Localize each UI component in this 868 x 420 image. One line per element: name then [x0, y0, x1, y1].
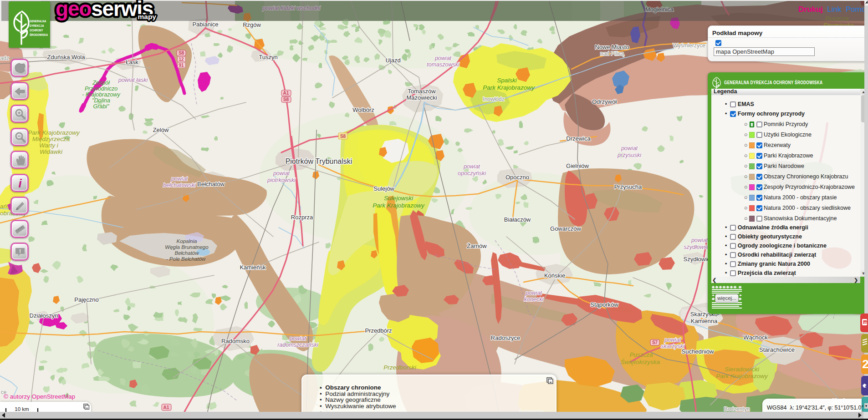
svg-text:Mazowiecki: Mazowiecki	[406, 94, 437, 101]
svg-text:powiat: powiat	[434, 55, 452, 61]
svg-text:Opoczno: Opoczno	[505, 174, 529, 181]
svg-text:Kamieńsk: Kamieńsk	[240, 264, 266, 271]
svg-text:S7: S7	[652, 340, 658, 345]
svg-text:Tuszyn: Tuszyn	[259, 54, 277, 61]
svg-text:OCHRONY: OCHRONY	[30, 28, 43, 32]
svg-text:Świętokrzyska: Świętokrzyska	[621, 359, 660, 365]
svg-text:S8: S8	[179, 51, 184, 56]
svg-text:Rzgów: Rzgów	[243, 21, 261, 28]
svg-text:Park Krajobrazowy: Park Krajobrazowy	[716, 373, 768, 380]
svg-text:Suchedniów: Suchedniów	[682, 348, 714, 355]
svg-text:DYREKCJA: DYREKCJA	[30, 24, 44, 27]
svg-text:Park Krajobrazowy: Park Krajobrazowy	[373, 202, 425, 209]
svg-text:Zduńska Wola: Zduńska Wola	[47, 54, 86, 61]
svg-text:przysuski: przysuski	[617, 152, 642, 158]
svg-text:!: !	[19, 248, 21, 254]
svg-text:Rozprza: Rozprza	[291, 214, 313, 221]
svg-text:Przedbórz: Przedbórz	[365, 327, 392, 334]
svg-text:powiat: powiat	[664, 337, 681, 343]
svg-text:konecki: konecki	[524, 296, 544, 303]
svg-text:Widawki: Widawki	[40, 148, 63, 155]
svg-text:Piotrków Trybunalski: Piotrków Trybunalski	[286, 157, 352, 165]
svg-text:Białaczów: Białaczów	[504, 216, 531, 223]
svg-text:91: 91	[179, 63, 184, 68]
svg-text:powiat: powiat	[525, 290, 542, 296]
svg-text:Nowe Miasto: Nowe Miasto	[595, 44, 629, 51]
svg-text:skarżyski: skarżyski	[661, 343, 685, 349]
svg-text:Grabi": Grabi"	[93, 103, 109, 110]
svg-text:Odrzywół: Odrzywół	[592, 98, 617, 105]
svg-text:piotrkowski: piotrkowski	[267, 177, 296, 183]
svg-text:Pajęczno: Pajęczno	[74, 296, 98, 303]
svg-text:Żarnów: Żarnów	[467, 243, 487, 249]
svg-text:powiat: powiat	[691, 237, 708, 243]
svg-text:Zespół: Zespół	[92, 80, 110, 86]
svg-text:GENERALNA: GENERALNA	[30, 19, 46, 23]
svg-text:powiat łaski: powiat łaski	[118, 77, 148, 83]
svg-text:nad Pilicą: nad Pilicą	[600, 51, 624, 57]
svg-text:S8: S8	[340, 134, 346, 139]
svg-text:G: G	[864, 321, 867, 325]
svg-text:tomaszowski: tomaszowski	[427, 61, 460, 68]
svg-text:Radomsko: Radomsko	[221, 338, 250, 344]
svg-text:- Krajobrazowy: - Krajobrazowy	[82, 91, 120, 98]
svg-text:Starachowice: Starachowice	[759, 346, 795, 353]
svg-text:Bełchatów: Bełchatów	[197, 181, 225, 187]
svg-text:Pabianice: Pabianice	[192, 21, 218, 28]
svg-text:12: 12	[179, 57, 184, 62]
svg-text:Kamienna: Kamienna	[691, 318, 718, 324]
svg-text:Działoszyn: Działoszyn	[30, 312, 58, 319]
svg-text:powiat: powiat	[171, 176, 188, 182]
svg-text:Ujazd: Ujazd	[385, 57, 400, 64]
svg-text:powiat: powiat	[273, 170, 290, 177]
svg-text:Wąchock: Wąchock	[743, 334, 768, 341]
svg-text:Węgla Brunatnego: Węgla Brunatnego	[165, 244, 209, 250]
svg-text:radomszczański: radomszczański	[277, 342, 319, 348]
svg-text:S8: S8	[283, 97, 289, 102]
svg-text:Park Krajobrazowy: Park Krajobrazowy	[28, 129, 80, 136]
svg-text:10 km: 10 km	[15, 406, 29, 412]
svg-text:A1: A1	[163, 405, 169, 410]
svg-text:Gielniów: Gielniów	[566, 162, 589, 169]
svg-text:opoczyński: opoczyński	[458, 170, 486, 177]
svg-text:Bełchatów: Bełchatów	[174, 250, 199, 256]
svg-text:Gowarczów: Gowarczów	[550, 225, 582, 232]
svg-text:Tomaszów: Tomaszów	[408, 88, 436, 95]
svg-text:Przedborski: Przedborski	[383, 364, 416, 371]
svg-text:powiat: powiat	[289, 335, 306, 342]
svg-text:Warty i: Warty i	[39, 142, 59, 149]
svg-text:Sulejów: Sulejów	[373, 185, 394, 192]
svg-text:Przysucha: Przysucha	[614, 183, 642, 190]
svg-text:Park Krajobrazowy: Park Krajobrazowy	[483, 84, 535, 91]
svg-text:Sulejowski: Sulejowski	[384, 195, 414, 202]
svg-text:i: i	[18, 177, 22, 190]
svg-text:Inowłódz: Inowłódz	[483, 96, 504, 102]
svg-text:powiat: powiat	[463, 163, 480, 170]
svg-text:powiat: powiat	[621, 145, 638, 152]
svg-text:Puszcza: Puszcza	[629, 351, 653, 358]
svg-text:Drzewica: Drzewica	[566, 135, 591, 142]
svg-text:Wyśmierzyce: Wyśmierzyce	[673, 42, 705, 49]
svg-text:mapy: mapy	[138, 13, 157, 20]
svg-text:- Pole Bełchatów: - Pole Bełchatów	[166, 256, 206, 262]
svg-text:Międzyrzecza: Międzyrzecza	[32, 136, 70, 142]
svg-text:bełchatowski: bełchatowski	[163, 182, 196, 188]
svg-text:Końskie: Końskie	[544, 272, 565, 279]
svg-text:Radoszyce: Radoszyce	[491, 334, 520, 341]
svg-text:ŚRODOWISKA: ŚRODOWISKA	[30, 32, 48, 36]
svg-text:Zelów: Zelów	[153, 127, 169, 133]
svg-text:Łask: Łask	[126, 59, 138, 66]
svg-text:Kopalnia: Kopalnia	[177, 238, 197, 244]
svg-text:Sieradowicki: Sieradowicki	[725, 366, 760, 373]
svg-text:adz: adz	[0, 55, 9, 61]
svg-text:Bodzentyn: Bodzentyn	[724, 406, 750, 412]
svg-text:Wolbórz: Wolbórz	[352, 106, 374, 113]
svg-text:Przyrodniczo: Przyrodniczo	[85, 86, 117, 92]
svg-text:Stąporków: Stąporków	[590, 301, 618, 308]
svg-text:A1: A1	[283, 91, 289, 96]
svg-text:Spalski: Spalski	[497, 77, 517, 84]
svg-text:"Dolina: "Dolina	[92, 97, 110, 104]
